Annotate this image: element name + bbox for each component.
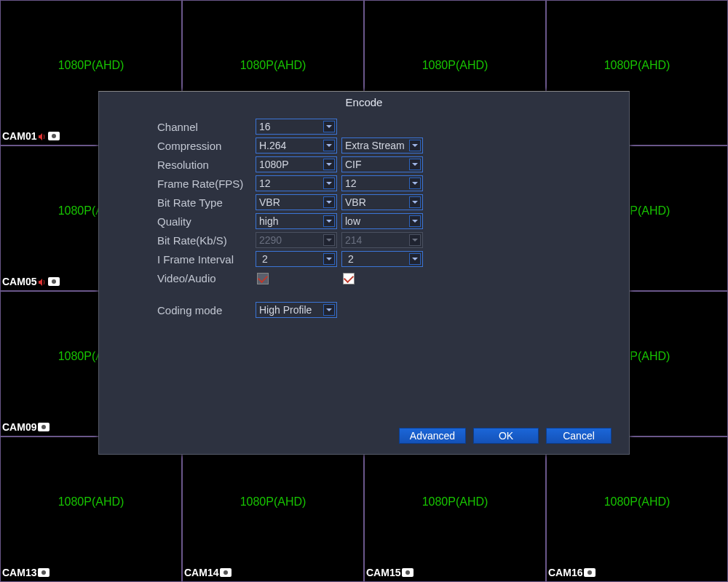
- label-channel: Channel: [157, 121, 256, 133]
- dialog-title: Encode: [99, 92, 629, 111]
- channel-value: 16: [259, 121, 271, 132]
- resolution-label: 1080P(AHD): [365, 495, 545, 509]
- label-iframe: I Frame Interval: [157, 253, 256, 266]
- chevron-down-icon: [409, 140, 421, 151]
- record-icon: [38, 568, 50, 577]
- resolution-label: 1080P(AHD): [1, 495, 181, 509]
- compression-extra-value: Extra Stream: [345, 140, 405, 151]
- compression-extra-select[interactable]: Extra Stream: [341, 137, 423, 154]
- encode-form: Channel 16 Compression H.264 Extra Strea…: [99, 111, 629, 319]
- va-main-checkbox[interactable]: [257, 273, 269, 284]
- camera-cell[interactable]: 1080P(AHD)CAM15: [364, 436, 546, 582]
- quality-extra-select[interactable]: low: [341, 213, 423, 229]
- record-icon: [402, 568, 414, 577]
- advanced-button[interactable]: Advanced: [399, 428, 466, 444]
- audio-icon: [38, 132, 47, 140]
- camera-label: CAM16: [548, 567, 596, 578]
- encode-dialog: Encode Channel 16 Compression H.264 Extr…: [98, 91, 630, 455]
- resolution-main-value: 1080P: [259, 159, 288, 170]
- bitrate-main-select[interactable]: 2290: [256, 232, 337, 248]
- resolution-main-select[interactable]: 1080P: [256, 156, 337, 172]
- camera-cell[interactable]: 1080P(AHD)CAM13: [0, 436, 182, 582]
- cancel-button[interactable]: Cancel: [546, 428, 612, 444]
- coding-mode-value: High Profile: [259, 304, 312, 316]
- chevron-down-icon: [323, 234, 335, 246]
- bitrate-extra-value: 214: [345, 234, 362, 246]
- chevron-down-icon: [409, 234, 421, 246]
- fps-extra-select[interactable]: 12: [341, 175, 423, 191]
- audio-icon: [38, 277, 47, 286]
- camera-name: CAM13: [2, 567, 36, 578]
- iframe-main-value: 2: [262, 253, 268, 265]
- camera-label: CAM09: [2, 421, 50, 433]
- resolution-extra-select[interactable]: CIF: [341, 156, 423, 172]
- iframe-extra-select[interactable]: 2: [341, 251, 423, 267]
- camera-name: CAM01: [2, 130, 36, 142]
- fps-main-select[interactable]: 12: [256, 175, 337, 191]
- label-bitrate: Bit Rate(Kb/S): [157, 234, 256, 247]
- label-resolution: Resolution: [157, 159, 256, 171]
- label-va: Video/Audio: [157, 272, 256, 284]
- resolution-label: 1080P(AHD): [365, 59, 545, 72]
- chevron-down-icon: [323, 196, 335, 208]
- compression-main-select[interactable]: H.264: [256, 137, 337, 154]
- camera-label: CAM15: [366, 567, 414, 578]
- chevron-down-icon: [409, 178, 421, 189]
- brtype-extra-select[interactable]: VBR: [341, 194, 423, 210]
- camera-cell[interactable]: 1080P(AHD)CAM16: [546, 436, 728, 582]
- resolution-label: 1080P(AHD): [183, 495, 363, 509]
- compression-main-value: H.264: [259, 140, 286, 151]
- brtype-main-select[interactable]: VBR: [256, 194, 337, 210]
- chevron-down-icon: [323, 159, 335, 170]
- camera-name: CAM05: [2, 276, 36, 287]
- ok-button[interactable]: OK: [473, 428, 539, 444]
- brtype-extra-value: VBR: [345, 196, 366, 208]
- record-icon: [48, 132, 60, 140]
- camera-label: CAM01: [2, 130, 60, 142]
- label-compression: Compression: [157, 140, 256, 152]
- coding-mode-select[interactable]: High Profile: [256, 302, 337, 318]
- chevron-down-icon: [409, 196, 421, 208]
- camera-label: CAM05: [2, 276, 60, 287]
- camera-name: CAM16: [548, 567, 582, 578]
- camera-label: CAM13: [2, 567, 50, 578]
- brtype-main-value: VBR: [259, 196, 280, 208]
- label-quality: Quality: [157, 215, 256, 228]
- resolution-label: 1080P(AHD): [183, 59, 363, 72]
- fps-extra-value: 12: [345, 178, 357, 189]
- quality-extra-value: low: [345, 215, 360, 227]
- iframe-main-select[interactable]: 2: [256, 251, 337, 267]
- resolution-extra-value: CIF: [345, 159, 362, 170]
- record-icon: [48, 277, 60, 286]
- chevron-down-icon: [323, 140, 335, 151]
- bitrate-extra-select[interactable]: 214: [341, 232, 423, 248]
- chevron-down-icon: [323, 304, 335, 316]
- chevron-down-icon: [323, 121, 335, 132]
- channel-select[interactable]: 16: [256, 119, 337, 135]
- camera-name: CAM15: [366, 567, 400, 578]
- resolution-label: 1080P(AHD): [547, 59, 727, 72]
- record-icon: [584, 568, 596, 577]
- record-icon: [220, 568, 232, 577]
- resolution-label: 1080P(AHD): [1, 59, 181, 72]
- camera-name: CAM09: [2, 421, 36, 433]
- chevron-down-icon: [409, 159, 421, 170]
- label-brtype: Bit Rate Type: [157, 196, 256, 209]
- fps-main-value: 12: [259, 178, 271, 189]
- va-extra-checkbox[interactable]: [343, 273, 355, 284]
- camera-label: CAM14: [184, 567, 232, 578]
- chevron-down-icon: [409, 253, 421, 265]
- chevron-down-icon: [323, 178, 335, 189]
- chevron-down-icon: [323, 253, 335, 265]
- bitrate-main-value: 2290: [259, 234, 282, 246]
- quality-main-value: high: [259, 215, 278, 227]
- camera-cell[interactable]: 1080P(AHD)CAM14: [182, 436, 364, 582]
- label-coding: Coding mode: [157, 304, 256, 316]
- chevron-down-icon: [323, 215, 335, 227]
- resolution-label: 1080P(AHD): [547, 495, 727, 509]
- quality-main-select[interactable]: high: [256, 213, 337, 229]
- label-fps: Frame Rate(FPS): [157, 178, 256, 190]
- chevron-down-icon: [409, 215, 421, 227]
- dialog-buttons: Advanced OK Cancel: [399, 428, 612, 444]
- iframe-extra-value: 2: [348, 253, 354, 265]
